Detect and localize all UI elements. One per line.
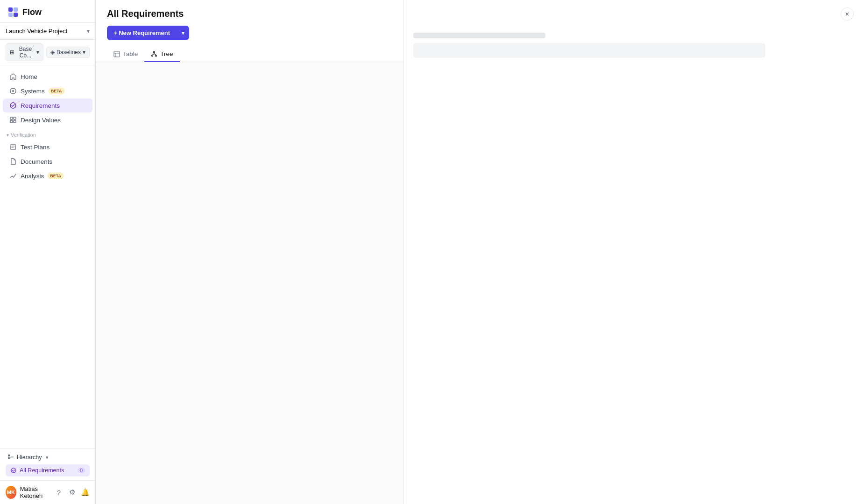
base-config-label: Base Co...: [16, 46, 35, 59]
svg-rect-10: [14, 120, 16, 123]
hierarchy-icon: [7, 454, 14, 461]
tree-item-all-requirements[interactable]: All Requirements 0: [6, 464, 90, 476]
bell-icon[interactable]: 🔔: [80, 488, 90, 497]
verification-label: Verification: [11, 132, 36, 138]
main-content: All Requirements + New Requirement ▾ Tab…: [96, 0, 404, 504]
toolbar: + New Requirement ▾: [107, 26, 392, 40]
svg-rect-11: [11, 144, 15, 150]
skeleton-block-1: [413, 43, 765, 58]
analysis-beta-badge: beta: [48, 173, 64, 179]
tab-table[interactable]: Table: [107, 47, 144, 62]
sidebar-footer: MK Matias Ketonen ? ⚙ 🔔: [0, 480, 95, 504]
sidebar-item-home[interactable]: Home: [3, 70, 92, 84]
project-chevron-icon: ▾: [87, 28, 90, 35]
page-title: All Requirements: [107, 8, 392, 19]
svg-point-6: [10, 103, 16, 108]
svg-rect-2: [8, 13, 13, 17]
app-title: Flow: [22, 7, 42, 17]
test-plans-label: Test Plans: [21, 144, 50, 151]
verification-section-label: ▾ Verification: [0, 127, 95, 140]
analysis-icon: [9, 172, 17, 180]
project-selector[interactable]: Launch Vehicle Project ▾: [0, 23, 95, 40]
hierarchy-chevron-icon: ▾: [46, 455, 49, 461]
analysis-label: Analysis: [21, 173, 44, 180]
svg-point-17: [154, 51, 155, 53]
tab-table-label: Table: [123, 50, 138, 57]
settings-icon[interactable]: ⚙: [67, 488, 77, 497]
svg-rect-12: [8, 455, 10, 456]
svg-rect-14: [11, 456, 14, 458]
tab-tree[interactable]: Tree: [144, 47, 179, 62]
table-icon: [113, 51, 120, 57]
new-requirement-dropdown-arrow[interactable]: ▾: [177, 26, 189, 40]
svg-rect-9: [10, 120, 13, 123]
base-config-filter[interactable]: ⊞ Base Co... ▾: [6, 43, 43, 61]
requirements-icon: [9, 102, 17, 109]
svg-rect-7: [10, 117, 13, 119]
sidebar-item-systems[interactable]: Systems beta: [3, 84, 92, 98]
home-icon: [9, 73, 17, 80]
sidebar: Flow Launch Vehicle Project ▾ ⊞ Base Co.…: [0, 0, 96, 504]
hierarchy-section: Hierarchy ▾ All Requirements 0: [0, 448, 95, 480]
filter-chevron-icon: ▾: [36, 49, 39, 56]
svg-rect-1: [14, 7, 18, 12]
baselines-icon: ◈: [50, 49, 55, 56]
test-plans-icon: [9, 143, 17, 151]
new-requirement-button[interactable]: + New Requirement ▾: [107, 26, 189, 40]
design-values-label: Design Values: [21, 117, 61, 124]
svg-rect-16: [114, 51, 120, 57]
tab-tree-label: Tree: [160, 50, 173, 57]
nav-list: Home Systems beta Requirements: [0, 65, 95, 446]
svg-point-15: [11, 468, 16, 473]
new-requirement-label: + New Requirement: [107, 26, 177, 40]
main-body: [96, 62, 403, 504]
documents-icon: [9, 158, 17, 165]
requirements-label: Requirements: [21, 102, 60, 109]
svg-point-18: [152, 55, 153, 56]
svg-point-5: [12, 90, 14, 92]
tree-icon: [151, 51, 157, 57]
sidebar-logo: Flow: [0, 0, 95, 23]
help-icon[interactable]: ?: [54, 488, 64, 497]
right-panel-header: ×: [404, 0, 863, 28]
avatar: MK: [6, 486, 16, 499]
skeleton-line-1: [413, 33, 545, 38]
main-header: All Requirements + New Requirement ▾ Tab…: [96, 0, 403, 62]
svg-rect-0: [8, 7, 13, 12]
verification-chevron-icon: ▾: [7, 133, 9, 138]
baselines-filter[interactable]: ◈ Baselines ▾: [46, 47, 90, 58]
svg-rect-13: [8, 457, 10, 459]
svg-rect-3: [14, 13, 18, 17]
footer-icons: ? ⚙ 🔔: [54, 488, 90, 497]
home-label: Home: [21, 73, 37, 80]
documents-label: Documents: [21, 158, 52, 165]
user-info: MK Matias Ketonen: [6, 485, 54, 499]
sidebar-item-requirements[interactable]: Requirements: [3, 98, 92, 112]
filter-row: ⊞ Base Co... ▾ ◈ Baselines ▾: [0, 40, 95, 65]
grid-icon: ⊞: [10, 49, 14, 56]
sidebar-item-test-plans[interactable]: Test Plans: [3, 140, 92, 154]
sidebar-item-design-values[interactable]: Design Values: [3, 113, 92, 127]
baselines-chevron-icon: ▾: [83, 49, 85, 56]
systems-beta-badge: beta: [49, 88, 64, 94]
svg-point-19: [156, 55, 157, 56]
tabs: Table Tree: [107, 47, 392, 62]
all-requirements-icon: [10, 467, 17, 474]
hierarchy-header[interactable]: Hierarchy ▾: [4, 451, 92, 463]
tree-item-left: All Requirements: [10, 467, 64, 474]
tree-item-label: All Requirements: [20, 467, 64, 474]
sidebar-item-documents[interactable]: Documents: [3, 154, 92, 168]
project-name: Launch Vehicle Project: [6, 28, 67, 35]
tree-item-count: 0: [78, 468, 85, 473]
systems-label: Systems: [21, 88, 45, 95]
systems-icon: [9, 87, 17, 95]
right-panel-content: [404, 28, 863, 68]
svg-rect-8: [14, 117, 16, 119]
user-name: Matias Ketonen: [20, 485, 54, 499]
close-button[interactable]: ×: [841, 7, 854, 21]
sidebar-item-analysis[interactable]: Analysis beta: [3, 169, 92, 183]
hierarchy-label: Hierarchy: [17, 454, 42, 461]
right-panel: ×: [404, 0, 863, 504]
baselines-label: Baselines: [57, 49, 81, 56]
design-icon: [9, 116, 17, 124]
